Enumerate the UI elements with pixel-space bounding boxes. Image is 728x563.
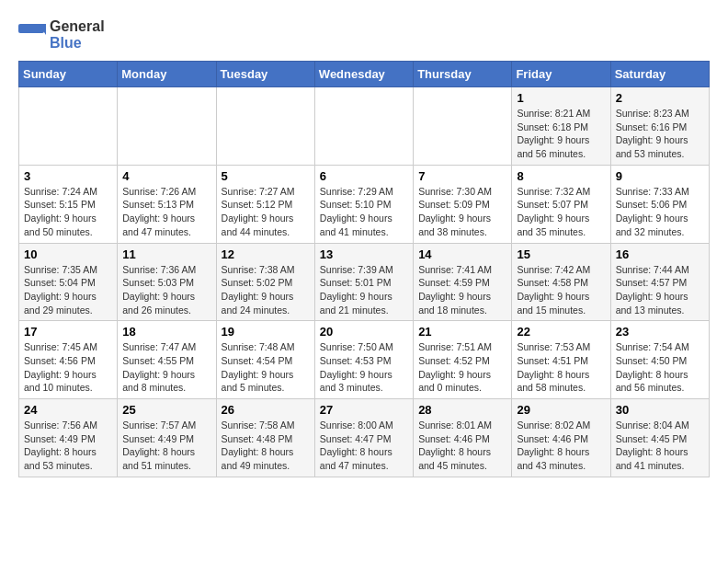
calendar-cell: 23Sunrise: 7:54 AM Sunset: 4:50 PM Dayli… [610, 321, 709, 399]
header-monday: Monday [118, 62, 216, 87]
header-friday: Friday [512, 62, 610, 87]
day-info: Sunrise: 7:54 AM Sunset: 4:50 PM Dayligh… [616, 340, 704, 395]
day-info: Sunrise: 8:04 AM Sunset: 4:45 PM Dayligh… [616, 419, 704, 473]
day-number: 15 [517, 247, 605, 261]
calendar-cell: 28Sunrise: 8:01 AM Sunset: 4:46 PM Dayli… [414, 399, 512, 477]
day-number: 1 [517, 91, 605, 105]
calendar-cell: 10Sunrise: 7:35 AM Sunset: 5:04 PM Dayli… [19, 243, 118, 321]
calendar-cell: 16Sunrise: 7:44 AM Sunset: 4:57 PM Dayli… [610, 243, 709, 321]
day-number: 22 [517, 325, 605, 339]
day-number: 18 [122, 325, 210, 339]
calendar-cell: 19Sunrise: 7:48 AM Sunset: 4:54 PM Dayli… [216, 321, 314, 399]
calendar-week-3: 17Sunrise: 7:45 AM Sunset: 4:56 PM Dayli… [19, 321, 710, 399]
day-number: 13 [320, 247, 408, 261]
calendar-cell [414, 87, 512, 166]
day-info: Sunrise: 7:30 AM Sunset: 5:09 PM Dayligh… [418, 185, 506, 239]
calendar-cell: 8Sunrise: 7:32 AM Sunset: 5:07 PM Daylig… [512, 165, 610, 243]
day-number: 7 [418, 169, 506, 183]
calendar-cell [19, 87, 118, 166]
day-number: 5 [222, 169, 310, 183]
calendar-cell: 21Sunrise: 7:51 AM Sunset: 4:52 PM Dayli… [414, 321, 512, 399]
logo-icon [18, 24, 46, 46]
day-info: Sunrise: 7:51 AM Sunset: 4:52 PM Dayligh… [418, 340, 506, 395]
day-info: Sunrise: 7:32 AM Sunset: 5:07 PM Dayligh… [517, 185, 605, 239]
day-info: Sunrise: 7:26 AM Sunset: 5:13 PM Dayligh… [122, 185, 210, 239]
day-info: Sunrise: 7:45 AM Sunset: 4:56 PM Dayligh… [24, 340, 112, 395]
day-number: 25 [122, 403, 210, 417]
day-number: 12 [222, 247, 310, 261]
day-info: Sunrise: 8:21 AM Sunset: 6:18 PM Dayligh… [517, 107, 605, 161]
day-number: 27 [320, 403, 408, 417]
calendar-week-4: 24Sunrise: 7:56 AM Sunset: 4:49 PM Dayli… [19, 399, 710, 477]
calendar-cell: 17Sunrise: 7:45 AM Sunset: 4:56 PM Dayli… [19, 321, 118, 399]
calendar-cell: 22Sunrise: 7:53 AM Sunset: 4:51 PM Dayli… [512, 321, 610, 399]
day-info: Sunrise: 7:35 AM Sunset: 5:04 PM Dayligh… [24, 263, 112, 317]
day-number: 19 [222, 325, 310, 339]
day-info: Sunrise: 7:42 AM Sunset: 4:58 PM Dayligh… [517, 263, 605, 317]
day-info: Sunrise: 7:47 AM Sunset: 4:55 PM Dayligh… [122, 340, 210, 395]
day-number: 24 [24, 403, 112, 417]
day-info: Sunrise: 8:23 AM Sunset: 6:16 PM Dayligh… [616, 107, 704, 161]
logo: General Blue [18, 18, 105, 52]
calendar-cell: 11Sunrise: 7:36 AM Sunset: 5:03 PM Dayli… [118, 243, 216, 321]
day-number: 23 [616, 325, 704, 339]
header-saturday: Saturday [610, 62, 709, 87]
calendar-cell: 25Sunrise: 7:57 AM Sunset: 4:49 PM Dayli… [118, 399, 216, 477]
calendar-cell [118, 87, 216, 166]
calendar-cell: 29Sunrise: 8:02 AM Sunset: 4:46 PM Dayli… [512, 399, 610, 477]
day-number: 4 [122, 169, 210, 183]
calendar-cell [314, 87, 413, 166]
header-thursday: Thursday [414, 62, 512, 87]
day-info: Sunrise: 8:00 AM Sunset: 4:47 PM Dayligh… [320, 419, 408, 473]
calendar-cell: 18Sunrise: 7:47 AM Sunset: 4:55 PM Dayli… [118, 321, 216, 399]
day-info: Sunrise: 7:39 AM Sunset: 5:01 PM Dayligh… [320, 263, 408, 317]
day-number: 26 [222, 403, 310, 417]
day-info: Sunrise: 7:53 AM Sunset: 4:51 PM Dayligh… [517, 340, 605, 395]
day-info: Sunrise: 7:27 AM Sunset: 5:12 PM Dayligh… [222, 185, 310, 239]
day-number: 8 [517, 169, 605, 183]
day-number: 10 [24, 247, 112, 261]
calendar-cell: 24Sunrise: 7:56 AM Sunset: 4:49 PM Dayli… [19, 399, 118, 477]
day-info: Sunrise: 7:24 AM Sunset: 5:15 PM Dayligh… [24, 185, 112, 239]
day-info: Sunrise: 7:29 AM Sunset: 5:10 PM Dayligh… [320, 185, 408, 239]
day-info: Sunrise: 7:44 AM Sunset: 4:57 PM Dayligh… [616, 263, 704, 317]
calendar-cell: 13Sunrise: 7:39 AM Sunset: 5:01 PM Dayli… [314, 243, 413, 321]
day-number: 14 [418, 247, 506, 261]
logo-general: General [50, 18, 105, 34]
day-info: Sunrise: 8:01 AM Sunset: 4:46 PM Dayligh… [418, 419, 506, 473]
day-info: Sunrise: 7:58 AM Sunset: 4:48 PM Dayligh… [222, 419, 310, 473]
calendar-header-row: SundayMondayTuesdayWednesdayThursdayFrid… [19, 62, 710, 87]
day-number: 20 [320, 325, 408, 339]
header: General Blue [18, 18, 710, 52]
day-number: 6 [320, 169, 408, 183]
calendar-cell: 1Sunrise: 8:21 AM Sunset: 6:18 PM Daylig… [512, 87, 610, 166]
day-info: Sunrise: 8:02 AM Sunset: 4:46 PM Dayligh… [517, 419, 605, 473]
calendar-week-0: 1Sunrise: 8:21 AM Sunset: 6:18 PM Daylig… [19, 87, 710, 166]
day-info: Sunrise: 7:57 AM Sunset: 4:49 PM Dayligh… [122, 419, 210, 473]
day-info: Sunrise: 7:50 AM Sunset: 4:53 PM Dayligh… [320, 340, 408, 395]
calendar-cell: 30Sunrise: 8:04 AM Sunset: 4:45 PM Dayli… [610, 399, 709, 477]
day-info: Sunrise: 7:56 AM Sunset: 4:49 PM Dayligh… [24, 419, 112, 473]
day-info: Sunrise: 7:48 AM Sunset: 4:54 PM Dayligh… [222, 340, 310, 395]
calendar-week-2: 10Sunrise: 7:35 AM Sunset: 5:04 PM Dayli… [19, 243, 710, 321]
day-number: 3 [24, 169, 112, 183]
calendar-week-1: 3Sunrise: 7:24 AM Sunset: 5:15 PM Daylig… [19, 165, 710, 243]
day-info: Sunrise: 7:33 AM Sunset: 5:06 PM Dayligh… [616, 185, 704, 239]
calendar-table: SundayMondayTuesdayWednesdayThursdayFrid… [18, 61, 710, 477]
calendar-cell: 15Sunrise: 7:42 AM Sunset: 4:58 PM Dayli… [512, 243, 610, 321]
calendar-cell: 14Sunrise: 7:41 AM Sunset: 4:59 PM Dayli… [414, 243, 512, 321]
calendar-cell: 6Sunrise: 7:29 AM Sunset: 5:10 PM Daylig… [314, 165, 413, 243]
header-wednesday: Wednesday [314, 62, 413, 87]
header-sunday: Sunday [19, 62, 118, 87]
day-number: 2 [616, 91, 704, 105]
day-info: Sunrise: 7:41 AM Sunset: 4:59 PM Dayligh… [418, 263, 506, 317]
calendar-cell: 5Sunrise: 7:27 AM Sunset: 5:12 PM Daylig… [216, 165, 314, 243]
calendar-cell: 3Sunrise: 7:24 AM Sunset: 5:15 PM Daylig… [19, 165, 118, 243]
day-info: Sunrise: 7:36 AM Sunset: 5:03 PM Dayligh… [122, 263, 210, 317]
day-number: 11 [122, 247, 210, 261]
day-number: 21 [418, 325, 506, 339]
calendar-cell: 7Sunrise: 7:30 AM Sunset: 5:09 PM Daylig… [414, 165, 512, 243]
day-number: 28 [418, 403, 506, 417]
day-number: 9 [616, 169, 704, 183]
day-number: 17 [24, 325, 112, 339]
